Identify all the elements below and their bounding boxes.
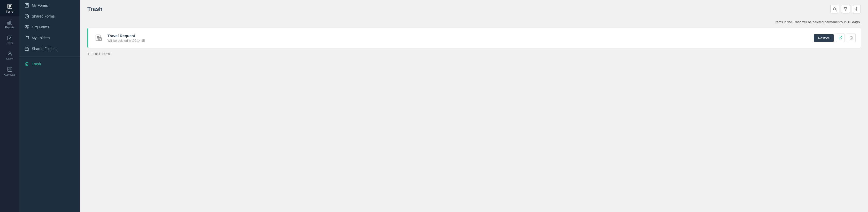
form-actions: Restore [814,34,856,42]
svg-rect-4 [7,22,8,24]
nav-item-reports[interactable]: Reports [0,16,20,32]
form-card: Travel Request Will be deleted in :00:14… [87,28,861,48]
form-document-icon [95,34,102,41]
sidebar-label-shared-folders: Shared Folders [32,47,57,51]
external-link-icon [838,36,842,40]
nav-item-forms[interactable]: Forms [0,0,20,16]
sidebar-item-my-forms[interactable]: My Forms [20,0,80,11]
sidebar-divider [20,56,80,57]
sidebar-item-trash[interactable]: Trash [20,59,80,69]
sidebar-item-shared-forms[interactable]: Shared Forms [20,11,80,22]
pagination: 1 - 1 of 1 forms [87,52,861,56]
svg-line-28 [835,10,836,11]
form-name: Travel Request [107,34,814,38]
page-title: Trash [87,6,102,12]
approvals-icon [7,67,13,72]
nav-item-approvals[interactable]: Approvals [0,63,20,79]
search-icon [833,7,837,11]
svg-rect-6 [11,20,12,25]
svg-rect-5 [9,21,10,24]
content-area: Items in the Trash will be deleted perma… [80,18,868,212]
sidebar-label-org-forms: Org Forms [32,25,49,29]
delete-form-button[interactable] [847,34,856,42]
main-header: Trash [80,0,868,18]
header-actions [830,5,861,13]
sidebar-label-trash: Trash [32,62,41,66]
tasks-icon [7,35,13,41]
nav-label-approvals: Approvals [4,73,15,76]
sidebar-item-my-folders[interactable]: My Folders [20,33,80,43]
svg-point-8 [9,52,10,54]
info-text: Items in the Trash will be deleted perma… [775,20,861,24]
svg-rect-38 [99,38,101,41]
shared-folders-icon [25,46,29,51]
sidebar-item-org-forms[interactable]: Org Forms [20,22,80,33]
nav-label-forms: Forms [6,10,13,13]
sidebar-label-shared-forms: Shared Forms [32,14,55,18]
sidebar-label-my-forms: My Forms [32,3,48,7]
svg-line-41 [840,36,842,38]
form-card-icon [94,33,104,43]
restore-button[interactable]: Restore [814,34,834,42]
svg-rect-9 [7,67,12,72]
filter-icon [843,7,847,11]
form-info: Travel Request Will be deleted in :00:14… [107,34,814,42]
nav-item-users[interactable]: Users [0,47,20,63]
icon-nav: Forms Reports Tasks Users Approvals [0,0,20,212]
open-form-button[interactable] [836,34,845,42]
sort-button[interactable] [852,5,861,13]
svg-marker-29 [844,7,847,10]
form-subtitle: Will be deleted in :00:14:15 [107,39,814,42]
nav-label-tasks: Tasks [6,42,13,45]
sidebar-item-shared-folders[interactable]: Shared Folders [20,43,80,54]
reports-icon [7,19,13,25]
forms-icon [7,4,13,9]
sidebar-label-my-folders: My Folders [32,36,50,40]
sidebar: My Forms Shared Forms Org Forms My Folde… [20,0,80,212]
nav-label-users: Users [6,58,13,60]
users-icon [7,51,13,57]
my-folders-icon [25,36,29,40]
my-forms-icon [25,3,29,8]
org-forms-icon [25,25,29,29]
nav-label-reports: Reports [5,26,14,29]
sort-icon [854,7,859,11]
main-content: Trash [80,0,868,212]
trash-icon [25,62,29,66]
svg-point-27 [833,8,836,10]
delete-days: 15 days. [847,20,861,24]
svg-rect-11 [25,4,29,7]
filter-button[interactable] [841,5,850,13]
info-bar: Items in the Trash will be deleted perma… [87,18,861,28]
delete-icon [849,36,853,40]
search-button[interactable] [830,5,839,13]
nav-item-tasks[interactable]: Tasks [0,32,20,47]
shared-forms-icon [25,14,29,19]
